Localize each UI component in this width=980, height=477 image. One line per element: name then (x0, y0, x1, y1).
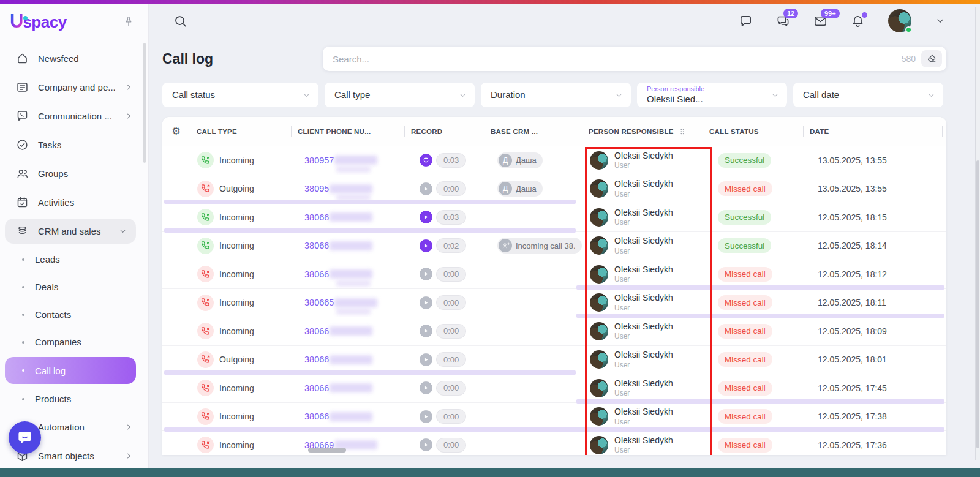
table-row[interactable]: Incoming 38066 0:00 Oleksii Siedykh User (162, 260, 946, 289)
crm-entity-chip[interactable]: Incoming call 38. (497, 238, 582, 254)
column-header-person[interactable]: PERSON RESPONSIBLE (582, 117, 703, 146)
drag-handle-icon[interactable] (677, 127, 687, 137)
call-type-cell: Incoming (190, 260, 291, 288)
messenger-icon[interactable]: 12 (776, 14, 790, 28)
play-record-button[interactable] (420, 353, 432, 366)
sidebar-item-label: Company and pe... (38, 82, 116, 92)
sidebar-item-company-and-people[interactable]: Company and pe... (0, 73, 148, 102)
base-crm-cell: Incoming call 38. (484, 232, 582, 260)
phone-number-link[interactable]: 380957 (304, 156, 334, 165)
phone-number-link[interactable]: 38095 (304, 184, 329, 193)
user-avatar[interactable] (888, 9, 911, 32)
phone-number-link[interactable]: 38066 (304, 241, 329, 250)
filter-value: Call date (803, 89, 839, 101)
pin-sidebar-icon[interactable] (123, 15, 135, 28)
play-record-button[interactable] (420, 325, 432, 337)
phone-number-link[interactable]: 38066 (304, 212, 329, 222)
play-record-button[interactable] (420, 296, 432, 309)
column-header-type[interactable]: CALL TYPE (190, 117, 291, 146)
table-row[interactable]: Incoming 380665 0:00 Oleksii Siedykh Use… (162, 289, 946, 318)
sidebar-item-contacts[interactable]: Contacts (0, 301, 148, 328)
gear-icon[interactable]: ⚙ (172, 125, 181, 138)
column-header-record[interactable]: RECORD (404, 117, 484, 146)
sidebar-item-tasks[interactable]: Tasks (0, 130, 148, 159)
bullet-icon (22, 398, 24, 400)
bell-icon[interactable] (851, 14, 865, 28)
phone-number-link[interactable]: 380665 (304, 298, 334, 307)
play-record-button[interactable] (420, 381, 432, 394)
search-icon[interactable] (173, 14, 187, 28)
play-record-button[interactable] (420, 239, 432, 252)
chevron-right-icon (124, 111, 134, 121)
sidebar-scrollbar[interactable] (143, 43, 146, 163)
horizontal-scrollbar[interactable] (308, 448, 346, 453)
column-header-base[interactable]: BASE CRM ... (484, 117, 582, 146)
chat-icon[interactable] (739, 14, 753, 28)
sidebar-item-call-log[interactable]: Call log (5, 357, 136, 384)
column-header-phone[interactable]: CLIENT PHONE NU... (291, 117, 404, 146)
phone-number-link[interactable]: 38066 (304, 411, 329, 421)
sidebar-item-communication[interactable]: Communication ... (0, 102, 148, 130)
window-scrollbar-thumb[interactable] (976, 160, 979, 448)
sidebar-item-products[interactable]: Products (0, 385, 148, 413)
sidebar-item-crm-and-sales[interactable]: CRM and sales (5, 219, 136, 244)
play-icon (421, 440, 431, 449)
status-badge: Missed call (718, 181, 772, 196)
filter-call-date[interactable]: Call date (793, 83, 943, 107)
status-badge: Missed call (718, 381, 772, 396)
filter-duration[interactable]: Duration (481, 83, 631, 107)
play-record-button[interactable] (420, 182, 432, 195)
search-input[interactable]: Search... 580 (323, 47, 946, 71)
table-row[interactable]: Outgoing 38066 0:00 Oleksii Siedykh User (162, 346, 946, 375)
phone-number-link[interactable]: 38066 (304, 326, 329, 336)
redacted-phone-digits (330, 212, 372, 222)
filter-oleksii-sied-[interactable]: Person responsible Oleksii Sied... (637, 83, 787, 107)
table-row[interactable]: Outgoing 38095 0:00 Д Даша Ole (162, 175, 946, 204)
play-record-button[interactable] (420, 268, 432, 280)
status-badge: Missed call (718, 438, 772, 453)
mail-badge: 99+ (821, 9, 840, 18)
phone-number-link[interactable]: 38066 (304, 355, 329, 364)
record-cell: 0:00 (404, 374, 484, 402)
sidebar-item-deals[interactable]: Deals (0, 273, 148, 301)
table-row[interactable]: Incoming 38066 0:00 Oleksii Siedykh User (162, 317, 946, 346)
play-record-button[interactable] (420, 438, 432, 451)
window-scrollbar-track[interactable] (975, 7, 980, 460)
call-status-cell: Successful (703, 203, 803, 231)
uspacy-logo[interactable]: U spacy (10, 10, 67, 32)
table-row[interactable]: Incoming 38066 0:00 Oleksii Siedykh User (162, 403, 946, 432)
table-row[interactable]: Incoming 380957 0:03 Д Даша Ol (162, 146, 946, 175)
column-header-status[interactable]: CALL STATUS (703, 117, 803, 146)
table-row[interactable]: Incoming 380669 0:00 Oleksii Siedykh Use… (162, 431, 946, 455)
column-header-date[interactable]: DATE (803, 117, 946, 146)
logo-dot (23, 16, 28, 20)
table-row[interactable]: Incoming 38066 0:03 Oleksii Siedykh User (162, 203, 946, 232)
clear-search-button[interactable] (921, 50, 942, 67)
play-record-button[interactable] (420, 211, 432, 223)
client-phone-cell: 38066 (291, 232, 404, 260)
sidebar-item-activities[interactable]: Activities (0, 188, 148, 217)
call-log-table: ⚙ CALL TYPE CLIENT PHONE NU... RECORD BA… (162, 117, 946, 455)
crm-entity-chip[interactable]: Д Даша (497, 181, 543, 197)
filter-call-type[interactable]: Call type (325, 83, 475, 107)
mail-icon[interactable]: 99+ (813, 14, 827, 28)
sidebar-item-leads[interactable]: Leads (0, 246, 148, 273)
call-duration: 0:00 (436, 267, 466, 282)
table-row[interactable]: Incoming 38066 0:02 Incoming call 38. (162, 232, 946, 261)
phone-number-link[interactable]: 38066 (304, 269, 329, 279)
table-row[interactable]: Incoming 38066 0:00 Oleksii Siedykh User (162, 374, 946, 403)
sidebar-item-companies[interactable]: Companies (0, 328, 148, 356)
call-duration: 0:03 (436, 210, 466, 225)
filter-call-status[interactable]: Call status (162, 83, 318, 107)
phone-number-link[interactable]: 38066 (304, 383, 329, 393)
play-record-button[interactable] (420, 410, 432, 423)
sidebar-item-groups[interactable]: Groups (0, 159, 148, 188)
crm-entity-chip[interactable]: Д Даша (497, 152, 543, 168)
call-duration: 0:00 (436, 438, 466, 453)
calendar-icon (16, 196, 29, 209)
sidebar-item-newsfeed[interactable]: Newsfeed (0, 44, 148, 73)
call-type-cell: Outgoing (190, 346, 291, 374)
play-record-button[interactable] (420, 154, 432, 167)
chat-widget-button[interactable] (9, 421, 41, 454)
profile-chevron-down-icon[interactable] (935, 15, 946, 26)
